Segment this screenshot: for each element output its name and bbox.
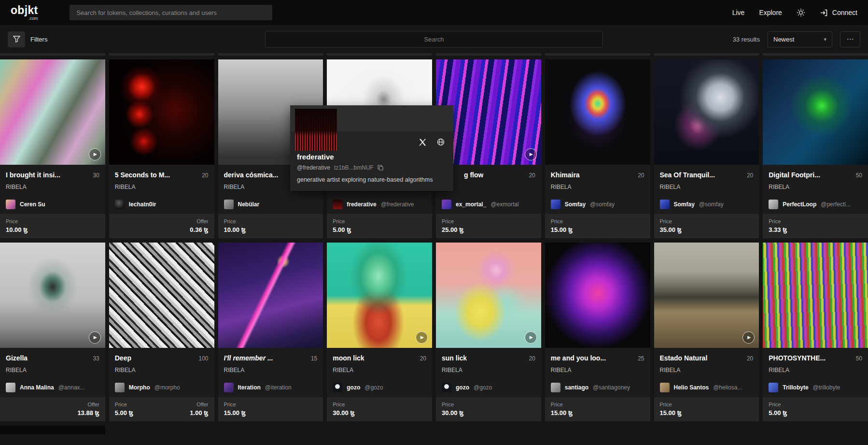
price-label: Price — [769, 402, 787, 407]
token-title[interactable]: Digital Footpri... — [769, 171, 820, 179]
more-options-button[interactable]: ⋯ — [840, 31, 860, 47]
artist-link[interactable]: ex_mortal_ @exmortal — [442, 200, 535, 209]
token-card[interactable]: ▶ Estado Natural 20 RIBELA Helio Santos … — [654, 243, 759, 421]
artist-link[interactable]: Trillobyte @trillobyte — [769, 383, 862, 392]
token-title[interactable]: I'll remember ... — [224, 354, 273, 362]
collection-link[interactable]: RIBELA — [551, 184, 644, 190]
token-title[interactable]: 5 Seconds to M... — [115, 171, 170, 179]
price-label: Price — [660, 402, 682, 407]
edition-count: 20 — [202, 172, 208, 179]
results-search-input[interactable] — [265, 31, 603, 48]
token-artwork[interactable] — [545, 59, 650, 165]
token-title[interactable]: moon lick — [333, 354, 364, 362]
artist-link[interactable]: Somfay @somfay — [660, 200, 754, 209]
token-card[interactable]: Digital Footpri... 50 RIBELA PerfectLoop… — [763, 59, 868, 238]
token-title[interactable]: Estado Natural — [660, 354, 708, 362]
theme-toggle[interactable] — [797, 8, 805, 17]
profile-name[interactable]: frederative — [297, 153, 447, 161]
token-card[interactable]: PHOTOSYNTHE... 50 RIBELA Trillobyte @tri… — [763, 243, 868, 421]
nav-explore[interactable]: Explore — [759, 9, 782, 16]
collection-link[interactable]: RIBELA — [115, 184, 209, 190]
sort-dropdown[interactable]: Newest ▾ — [768, 31, 832, 47]
connect-button[interactable]: Connect — [820, 9, 857, 17]
token-artwork[interactable]: ▶ — [0, 59, 105, 165]
website-link[interactable] — [437, 138, 445, 146]
artist-link[interactable]: Iteration @iteration — [224, 383, 318, 392]
artist-link[interactable]: frederative @frederative — [333, 200, 426, 209]
collection-link[interactable]: RIBELA — [769, 367, 862, 373]
collection-link[interactable]: RIBELA — [660, 184, 754, 190]
collection-link[interactable]: RIBELA — [660, 367, 754, 373]
artist-link[interactable]: Somfay @somfay — [551, 200, 644, 209]
token-artwork[interactable]: ▶ — [327, 243, 432, 348]
token-card[interactable]: ▶ sun lick 20 RIBELA gozo @gozo Price30.… — [436, 243, 541, 421]
objkt-logo[interactable]: objkt .com — [11, 5, 38, 21]
token-card[interactable]: I'll remember ... 15 RIBELA Iteration @i… — [218, 243, 323, 421]
token-title[interactable]: sun lick — [442, 354, 467, 362]
token-card[interactable]: me and you loo... 25 RIBELA santiago @sa… — [545, 243, 650, 421]
profile-avatar[interactable] — [295, 109, 337, 151]
token-title[interactable]: Gizella — [6, 354, 28, 362]
artist-link[interactable]: gozo @gozo — [333, 383, 426, 392]
twitter-x-link[interactable] — [419, 138, 426, 146]
profile-handle[interactable]: @frederative — [297, 164, 330, 171]
collection-link[interactable]: RIBELA — [115, 367, 209, 373]
token-artwork[interactable] — [109, 243, 214, 348]
token-artwork[interactable]: ▶ — [0, 243, 105, 348]
token-title[interactable]: deriva cósmica... — [224, 171, 279, 179]
token-artwork[interactable]: ▶ — [654, 243, 759, 348]
collection-link[interactable]: RIBELA — [551, 367, 644, 373]
nav-live[interactable]: Live — [732, 9, 745, 16]
token-title[interactable]: I brought it insi... — [6, 171, 60, 179]
token-title[interactable]: Sea Of Tranquil... — [660, 171, 715, 179]
collection-link[interactable]: RIBELA — [6, 184, 99, 190]
token-artwork[interactable] — [763, 59, 868, 165]
token-card[interactable]: ▶ I brought it insi... 30 RIBELA Ceren S… — [0, 59, 105, 238]
token-title[interactable]: PHOTOSYNTHE... — [769, 354, 826, 362]
play-icon[interactable]: ▶ — [89, 331, 101, 344]
token-card[interactable]: 5 Seconds to M... 20 RIBELA lechatn0ir O… — [109, 59, 214, 238]
artist-link[interactable]: Morpho @morpho — [115, 383, 209, 392]
collection-link[interactable]: RIBELA — [6, 367, 99, 373]
collection-link[interactable]: RIBELA — [224, 367, 318, 373]
token-artwork[interactable] — [545, 243, 650, 348]
next-row-card-partial[interactable] — [0, 426, 105, 434]
artist-name: Morpho — [129, 384, 150, 391]
token-card[interactable]: Sea Of Tranquil... 20 RIBELA Somfay @som… — [654, 59, 759, 238]
artist-link[interactable]: gozo @gozo — [442, 383, 535, 392]
artist-link[interactable]: Ceren Su — [6, 200, 99, 209]
collection-link[interactable]: RIBELA — [769, 184, 862, 190]
token-title[interactable]: Khimaira — [551, 171, 580, 179]
token-card[interactable]: Khimaira 20 RIBELA Somfay @somfay Price1… — [545, 59, 650, 238]
token-artwork[interactable] — [654, 59, 759, 165]
artist-link[interactable]: santiago @santiagoney — [551, 383, 644, 392]
artist-link[interactable]: Nebülar — [224, 200, 318, 209]
global-search-input[interactable] — [70, 5, 272, 20]
copy-address-button[interactable] — [378, 165, 383, 171]
token-artwork[interactable] — [763, 243, 868, 348]
token-artwork[interactable] — [218, 243, 323, 348]
token-artwork[interactable]: ▶ — [436, 243, 541, 348]
artist-link[interactable]: lechatn0ir — [115, 200, 209, 209]
filter-icon-chip[interactable] — [8, 31, 25, 47]
token-title[interactable]: Deep — [115, 354, 131, 362]
token-card[interactable]: ▶ Gizella 33 RIBELA Anna Malina @annax..… — [0, 243, 105, 421]
artist-link[interactable]: Anna Malina @annax... — [6, 383, 99, 392]
token-title[interactable]: me and you loo... — [551, 354, 606, 362]
artist-avatar — [6, 200, 15, 209]
profile-popover: frederative @frederative tz1bB...bmNUF g… — [290, 105, 453, 191]
artist-link[interactable]: PerfectLoop @perfectl... — [769, 200, 862, 209]
collection-link[interactable] — [442, 184, 535, 190]
play-icon[interactable]: ▶ — [742, 331, 755, 344]
token-card[interactable]: Deep 100 RIBELA Morpho @morpho Price5.00… — [109, 243, 214, 421]
play-icon[interactable]: ▶ — [525, 331, 537, 344]
artist-link[interactable]: Helio Santos @heliosa... — [660, 383, 754, 392]
token-artwork[interactable] — [109, 59, 214, 165]
play-icon[interactable]: ▶ — [89, 148, 101, 160]
play-icon[interactable]: ▶ — [525, 148, 537, 160]
collection-link[interactable]: RIBELA — [333, 367, 426, 373]
collection-link[interactable]: RIBELA — [442, 367, 535, 373]
filters-button[interactable]: Filters — [8, 31, 47, 47]
play-icon[interactable]: ▶ — [416, 331, 428, 344]
token-card[interactable]: ▶ moon lick 20 RIBELA gozo @gozo Price30… — [327, 243, 432, 421]
